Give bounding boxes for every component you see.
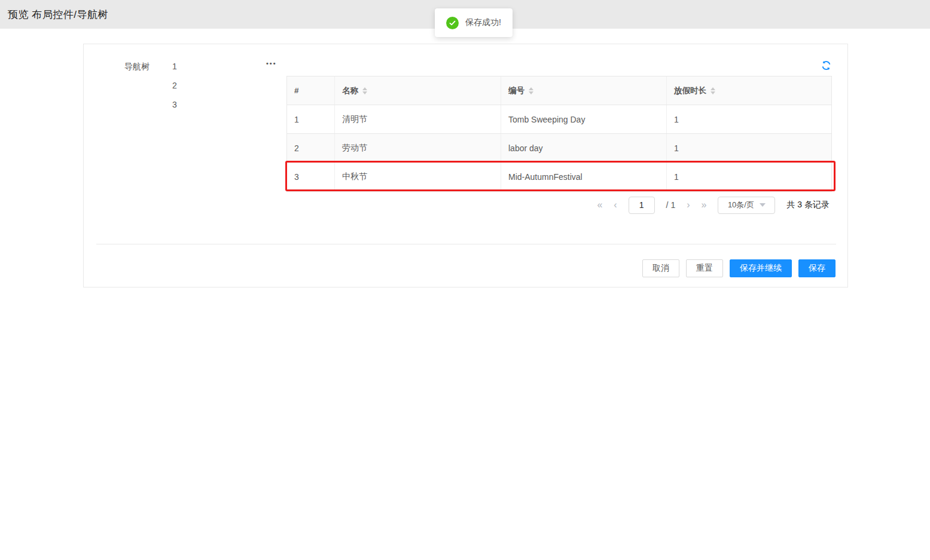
cell-name: 清明节 bbox=[335, 105, 501, 133]
tree-item-1[interactable]: 1 bbox=[172, 57, 244, 76]
cell-name: 中秋节 bbox=[335, 163, 501, 191]
refresh-button[interactable] bbox=[820, 60, 832, 72]
page-size-select[interactable]: 10条/页 bbox=[718, 197, 775, 214]
next-page-button[interactable]: › bbox=[687, 196, 690, 214]
sort-icon[interactable] bbox=[529, 87, 533, 94]
cell-name: 劳动节 bbox=[335, 134, 501, 162]
save-and-continue-button[interactable]: 保存并继续 bbox=[730, 259, 792, 277]
first-page-button[interactable]: « bbox=[597, 196, 602, 214]
preview-panel: 导航树 1 2 3 ••• # 名称 bbox=[83, 44, 848, 287]
caret-down-icon bbox=[529, 91, 533, 94]
cell-code: Tomb Sweeping Day bbox=[501, 105, 667, 133]
cell-code: Mid-AutumnFestival bbox=[501, 163, 667, 191]
footer-actions: 取消 重置 保存并继续 保存 bbox=[642, 259, 836, 277]
pagination: « ‹ / 1 › » 10条/页 共 3 条记录 bbox=[597, 196, 830, 214]
column-header-index: # bbox=[287, 76, 335, 105]
column-header-duration[interactable]: 放假时长 bbox=[667, 76, 833, 105]
navigation-tree: 1 2 3 bbox=[172, 57, 244, 114]
cell-duration: 1 bbox=[667, 163, 833, 191]
column-header-label: 编号 bbox=[508, 85, 525, 96]
table-row[interactable]: 1 清明节 Tomb Sweeping Day 1 bbox=[287, 105, 831, 134]
table-header-row: # 名称 编号 放假时长 bbox=[287, 76, 831, 105]
caret-up-icon bbox=[362, 87, 367, 90]
toast-save-success: 保存成功! bbox=[435, 8, 513, 37]
column-header-code[interactable]: 编号 bbox=[501, 76, 667, 105]
caret-up-icon bbox=[711, 87, 715, 90]
footer-divider bbox=[96, 244, 836, 244]
tree-item-2[interactable]: 2 bbox=[172, 76, 244, 95]
column-header-name[interactable]: 名称 bbox=[335, 76, 501, 105]
page-count-label: / 1 bbox=[666, 200, 676, 210]
refresh-icon bbox=[821, 63, 831, 72]
cell-index: 3 bbox=[287, 163, 335, 191]
cell-index: 2 bbox=[287, 134, 335, 162]
caret-up-icon bbox=[529, 87, 533, 90]
chevron-down-icon bbox=[760, 203, 766, 207]
total-records-label: 共 3 条记录 bbox=[786, 200, 830, 210]
table-row[interactable]: 2 劳动节 labor day 1 bbox=[287, 134, 831, 163]
page-size-value: 10条/页 bbox=[728, 200, 754, 210]
cell-duration: 1 bbox=[667, 105, 833, 133]
cell-duration: 1 bbox=[667, 134, 833, 162]
success-check-icon bbox=[446, 17, 459, 29]
save-button[interactable]: 保存 bbox=[798, 259, 836, 277]
toast-message: 保存成功! bbox=[465, 17, 501, 28]
column-header-label: 放假时长 bbox=[674, 85, 706, 96]
caret-down-icon bbox=[711, 91, 715, 94]
caret-down-icon bbox=[362, 91, 367, 94]
column-header-label: # bbox=[294, 86, 299, 95]
column-header-label: 名称 bbox=[342, 85, 358, 96]
prev-page-button[interactable]: ‹ bbox=[614, 196, 617, 214]
holiday-table: # 名称 编号 放假时长 1 清明节 Tomb Sweeping Day 1 2… bbox=[286, 76, 832, 192]
cancel-button[interactable]: 取消 bbox=[642, 259, 679, 277]
page-title: 预览 布局控件/导航树 bbox=[8, 8, 108, 22]
tree-item-3[interactable]: 3 bbox=[172, 95, 244, 114]
reset-button[interactable]: 重置 bbox=[686, 259, 723, 277]
table-row-highlighted[interactable]: 3 中秋节 Mid-AutumnFestival 1 bbox=[287, 163, 831, 191]
cell-index: 1 bbox=[287, 105, 335, 133]
tree-label: 导航树 bbox=[124, 62, 150, 72]
last-page-button[interactable]: » bbox=[702, 196, 707, 214]
cell-code: labor day bbox=[501, 134, 667, 162]
more-actions-icon[interactable]: ••• bbox=[266, 60, 277, 67]
sort-icon[interactable] bbox=[711, 87, 715, 94]
page-number-input[interactable] bbox=[629, 197, 655, 214]
sort-icon[interactable] bbox=[362, 87, 367, 94]
